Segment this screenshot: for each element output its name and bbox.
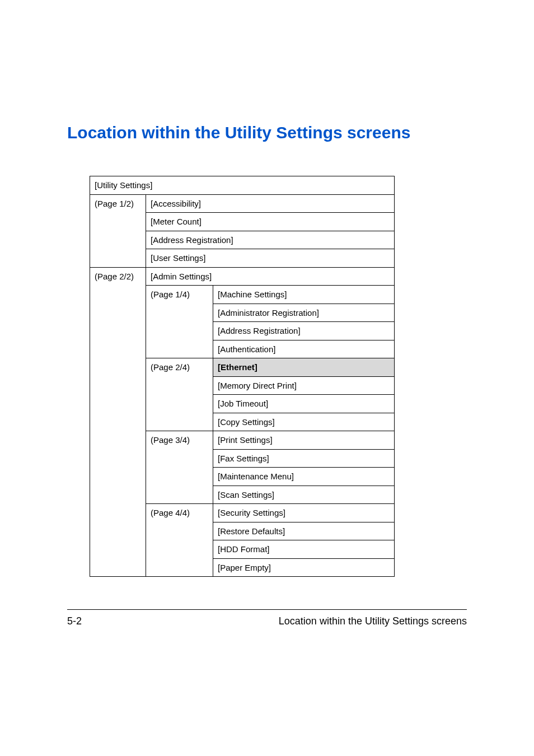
page-1-4-cell: (Page 1/4): [146, 286, 213, 358]
address-reg-1-cell: [Address Registration]: [146, 231, 395, 249]
hdd-format-cell: [HDD Format]: [213, 540, 395, 559]
copy-settings-cell: [Copy Settings]: [213, 413, 395, 431]
admin-reg-cell: [Administrator Registration]: [213, 304, 395, 322]
page-2-2-cell: (Page 2/2): [90, 267, 146, 577]
print-settings-cell: [Print Settings]: [213, 431, 395, 450]
settings-table: [Utility Settings] (Page 1/2) [Accessibi…: [90, 176, 395, 577]
scan-settings-cell: [Scan Settings]: [213, 486, 395, 504]
root-row: [Utility Settings]: [90, 176, 395, 195]
page-footer: 5-2 Location within the Utility Settings…: [67, 609, 467, 627]
page-2-4-cell: (Page 2/4): [146, 358, 213, 431]
memory-direct-cell: [Memory Direct Print]: [213, 376, 395, 395]
accessibility-cell: [Accessibility]: [146, 194, 395, 213]
footer-page-number: 5-2: [67, 615, 82, 627]
page-1-2-cell: (Page 1/2): [90, 194, 146, 267]
address-reg-2-cell: [Address Registration]: [213, 322, 395, 340]
job-timeout-cell: [Job Timeout]: [213, 395, 395, 413]
page-4-4-cell: (Page 4/4): [146, 504, 213, 577]
machine-settings-cell: [Machine Settings]: [213, 286, 395, 304]
security-settings-cell: [Security Settings]: [213, 504, 395, 522]
user-settings-cell: [User Settings]: [146, 249, 395, 268]
maintenance-cell: [Maintenance Menu]: [213, 468, 395, 486]
authentication-cell: [Authentication]: [213, 340, 395, 358]
meter-cell: [Meter Count]: [146, 213, 395, 231]
page-heading: Location within the Utility Settings scr…: [67, 123, 467, 142]
admin-settings-cell: [Admin Settings]: [146, 267, 395, 286]
page-3-4-cell: (Page 3/4): [146, 431, 213, 504]
fax-settings-cell: [Fax Settings]: [213, 449, 395, 468]
footer-title: Location within the Utility Settings scr…: [279, 615, 467, 627]
restore-defaults-cell: [Restore Defaults]: [213, 522, 395, 540]
ethernet-cell: [Ethernet]: [213, 358, 395, 377]
paper-empty-cell: [Paper Empty]: [213, 558, 395, 577]
